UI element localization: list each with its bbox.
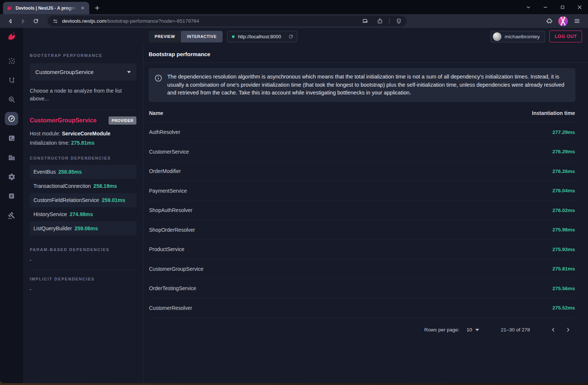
implicit-deps-title: IMPLICIT DEPENDENCIES: [30, 277, 136, 281]
dep-item[interactable]: CustomFieldRelationService259.01ms: [30, 193, 136, 207]
tab-search-icon[interactable]: [520, 0, 537, 14]
user-chip[interactable]: michaelbromley: [491, 31, 545, 42]
table-row[interactable]: CustomerGroupService275.81ms: [149, 259, 575, 279]
row-time: 275.98ms: [552, 227, 575, 232]
table-row[interactable]: OrderTestingService275.56ms: [149, 279, 575, 299]
app-content: PREVIEW INTERACTIVE http://localhost:800…: [23, 28, 588, 383]
back-button[interactable]: [4, 16, 16, 27]
table-row[interactable]: ShopOrderResolver275.98ms: [149, 220, 575, 240]
maximize-button[interactable]: [554, 0, 571, 14]
brave-shield-icon[interactable]: [393, 16, 404, 26]
browser-tab[interactable]: Devtools | NestJS - A progressive: [3, 2, 89, 14]
minimize-button[interactable]: [537, 0, 554, 14]
preview-tab[interactable]: PREVIEW: [149, 31, 181, 42]
body-area: BOOTSTRAP PERFORMANCE CustomerGroupServi…: [23, 45, 588, 383]
target-refresh-icon[interactable]: [288, 34, 294, 39]
dep-name: TransactionalConnection: [33, 183, 91, 189]
node-select[interactable]: CustomerGroupService: [30, 63, 136, 81]
nav-modules-icon[interactable]: [5, 151, 18, 164]
status-dot: [232, 35, 235, 38]
row-time: 275.81ms: [552, 266, 575, 272]
tab-close-icon[interactable]: [79, 5, 86, 12]
url-text: devtools.nestjs.com/bootstrap-performanc…: [62, 18, 199, 24]
node-header: CustomerGroupService PROVIDER: [30, 116, 136, 125]
dep-time: 274.98ms: [70, 211, 93, 217]
tab-title: Devtools | NestJS - A progressive: [16, 6, 76, 11]
forward-button[interactable]: [17, 16, 29, 27]
table-row[interactable]: CustomerService276.29ms: [149, 142, 575, 162]
row-name: OrderModifier: [149, 168, 181, 174]
dep-item[interactable]: EventBus258.85ms: [30, 165, 136, 179]
init-time-line: Initialization time: 275.81ms: [30, 140, 136, 146]
table-row[interactable]: ProductService275.93ms: [149, 240, 575, 260]
info-banner: The dependencies resolution algorithm is…: [149, 68, 575, 102]
browser-toolbar: devtools.nestjs.com/bootstrap-performanc…: [0, 14, 588, 28]
nav-issues-icon[interactable]: [5, 209, 18, 222]
new-tab-button[interactable]: [94, 5, 100, 11]
node-select-value: CustomerGroupService: [35, 69, 94, 75]
row-name: CustomerResolver: [149, 305, 192, 311]
interactive-tab[interactable]: INTERACTIVE: [181, 31, 223, 42]
share-icon[interactable]: [374, 16, 385, 26]
host-module-line: Host module: ServiceCoreModule: [30, 131, 136, 137]
column-instantiation-time: Instantiation time: [532, 110, 575, 116]
browser-tab-strip: Devtools | NestJS - A progressive: [0, 0, 588, 14]
row-name: ShopAuthResolver: [149, 207, 193, 213]
site-settings-icon[interactable]: [52, 18, 58, 24]
mode-toggle: PREVIEW INTERACTIVE: [149, 31, 223, 42]
browser-profile-avatar[interactable]: [558, 16, 568, 26]
table-row[interactable]: ShopAuthResolver276.02ms: [149, 201, 575, 221]
table-row[interactable]: CustomerResolver275.52ms: [149, 298, 575, 318]
info-text: The dependencies resolution algorithm is…: [167, 73, 566, 97]
panel-divider: [30, 109, 136, 110]
row-time: 275.52ms: [552, 305, 575, 311]
nav-insights-icon[interactable]: [5, 93, 18, 106]
rows-per-page-label: Rows per page:: [424, 327, 460, 333]
dep-item[interactable]: ListQueryBuilder259.06ms: [30, 221, 136, 235]
reload-button[interactable]: [30, 16, 42, 27]
row-time: 275.93ms: [552, 247, 575, 252]
nav-audits-icon[interactable]: [5, 131, 18, 145]
rail-icon-list: [5, 54, 18, 222]
send-to-device-icon[interactable]: [359, 16, 371, 26]
previous-page-button[interactable]: [546, 325, 560, 335]
extensions-icon[interactable]: [546, 18, 553, 25]
next-page-button[interactable]: [560, 325, 575, 335]
chevron-down-icon: [127, 71, 131, 73]
target-url-box[interactable]: http://localhost:8000: [227, 31, 297, 42]
host-module-label: Host module:: [30, 131, 62, 137]
table-row[interactable]: PaymentService276.04ms: [149, 181, 575, 201]
dep-time: 258.19ms: [93, 183, 117, 189]
pagination: Rows per page: 10 21–30 of 278: [149, 318, 575, 342]
logout-button[interactable]: LOG OUT: [549, 31, 582, 42]
user-avatar: [493, 32, 501, 41]
row-time: 277.29ms: [552, 129, 575, 135]
host-module-value: ServiceCoreModule: [62, 131, 110, 137]
nav-performance-icon[interactable]: [5, 112, 18, 125]
chevron-down-icon: [475, 329, 479, 331]
param-deps-empty: -: [30, 257, 136, 263]
main-area: Bootstrap performance The dependencies r…: [143, 45, 588, 383]
param-deps-title: PARAM-BASED DEPENDENCIES: [30, 247, 136, 252]
nav-settings-icon[interactable]: [5, 170, 18, 183]
panel-hint: Choose a node to analyze from the list a…: [30, 87, 136, 103]
row-name: ProductService: [149, 246, 184, 252]
url-bar[interactable]: devtools.nestjs.com/bootstrap-performanc…: [48, 16, 407, 26]
dep-item[interactable]: HistoryService274.98ms: [30, 207, 136, 221]
close-window-button[interactable]: [571, 0, 588, 14]
nestjs-logo[interactable]: [0, 28, 23, 45]
row-time: 276.02ms: [552, 208, 575, 213]
nav-routes-icon[interactable]: [5, 73, 18, 87]
dep-item[interactable]: TransactionalConnection258.19ms: [30, 179, 136, 193]
nav-docs-icon[interactable]: [5, 189, 18, 203]
url-path: /bootstrap-performance?node=-65179764: [106, 18, 199, 24]
username: michaelbromley: [505, 34, 540, 39]
browser-menu-icon[interactable]: [574, 17, 581, 25]
dep-time: 259.06ms: [75, 225, 98, 231]
rows-per-page-value: 10: [466, 327, 472, 333]
nav-graph-icon[interactable]: [5, 54, 18, 67]
table-row[interactable]: OrderModifier276.26ms: [149, 162, 575, 182]
rows-per-page-select[interactable]: 10: [466, 327, 479, 333]
app-header: PREVIEW INTERACTIVE http://localhost:800…: [23, 28, 588, 45]
table-row[interactable]: AuthResolver277.29ms: [149, 123, 575, 142]
